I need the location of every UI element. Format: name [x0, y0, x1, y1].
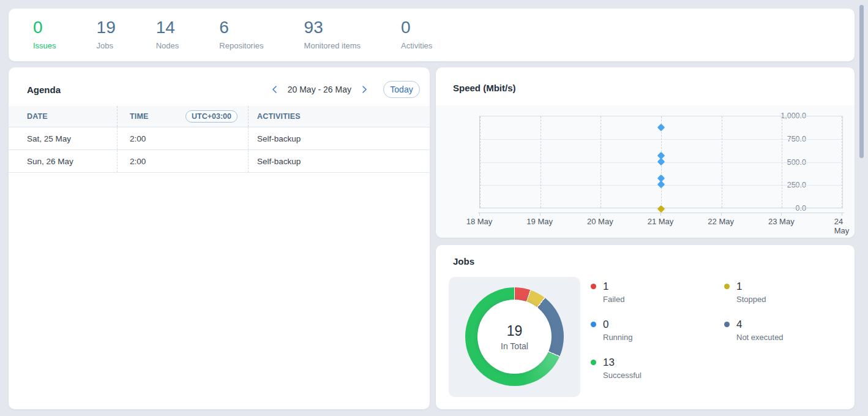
column-header-activities: ACTIVITIES — [257, 112, 301, 121]
legend-dot — [724, 322, 730, 327]
scrollbar-thumb[interactable] — [859, 5, 864, 158]
x-tick-label: 21 May — [648, 217, 674, 226]
summary-stats-bar: 0Issues19Jobs14Nodes6Repositories93Monit… — [9, 9, 855, 61]
legend-label: Successful — [603, 371, 642, 380]
today-button[interactable]: Today — [383, 81, 420, 98]
legend-item-stopped[interactable]: 1Stopped — [724, 281, 784, 304]
x-axis-tick — [842, 213, 842, 216]
jobs-legend-column-1: 1Failed0Running13Successful — [591, 281, 642, 380]
agenda-cell-date: Sun, 26 May — [9, 150, 118, 172]
v-gridline — [842, 116, 842, 208]
stat-value: 0 — [401, 18, 432, 37]
date-range-label: 20 May - 26 May — [288, 85, 351, 94]
agenda-title: Agenda — [27, 85, 61, 95]
agenda-cell-time: 2:00 — [118, 150, 249, 172]
dashboard: 0Issues19Jobs14Nodes6Repositories93Monit… — [0, 0, 868, 416]
jobs-total-label: In Total — [501, 341, 528, 351]
x-axis-tick — [660, 213, 661, 216]
legend-item-successful[interactable]: 13Successful — [591, 357, 642, 380]
speed-chart-panel: Speed (Mbit/s) 1,000.0750.0500.0250.00.0… — [436, 67, 855, 238]
chart-point-speed — [657, 124, 665, 132]
legend-label: Not executed — [736, 333, 784, 342]
agenda-time-text: 2:00 — [130, 157, 146, 166]
agenda-table-row: Sat, 25 May2:00Self-backup — [9, 127, 430, 150]
legend-dot — [591, 284, 596, 289]
agenda-activity-text: Self-backup — [257, 157, 301, 166]
jobs-total-value: 19 — [507, 323, 523, 339]
stat-item-issues[interactable]: 0Issues — [33, 18, 56, 50]
speed-chart-area: 1,000.0750.0500.0250.00.0 18 May19 May20… — [436, 105, 855, 238]
stat-label: Jobs — [97, 41, 116, 50]
x-axis-tick — [479, 213, 480, 216]
stat-item-monitored-items[interactable]: 93Monitored items — [304, 18, 361, 50]
jobs-donut-container: 19 In Total — [449, 277, 580, 397]
legend-dot — [591, 360, 596, 365]
x-axis-line — [478, 213, 844, 213]
legend-item-running[interactable]: 0Running — [591, 319, 642, 342]
agenda-activity-text: Self-backup — [257, 134, 301, 143]
agenda-header: Agenda 20 May - 26 May Today — [9, 67, 430, 98]
chart-point-speed — [657, 181, 665, 189]
chevron-right-icon — [360, 85, 369, 94]
v-gridline — [600, 116, 601, 208]
agenda-date-text: Sat, 25 May — [27, 134, 71, 143]
agenda-table-header: DATE TIME UTC+03:00 ACTIVITIES — [9, 106, 430, 127]
stat-value: 6 — [219, 18, 263, 37]
x-tick-label: 18 May — [466, 217, 493, 226]
legend-dot — [724, 284, 730, 289]
stat-label: Activities — [401, 41, 432, 50]
jobs-legend-column-2: 1Stopped4Not executed — [724, 281, 784, 342]
column-header-time: TIME — [130, 112, 149, 121]
legend-value: 1 — [603, 281, 624, 292]
agenda-cell-activity: Self-backup — [249, 150, 430, 172]
agenda-rows: Sat, 25 May2:00Self-backupSun, 26 May2:0… — [9, 127, 430, 173]
agenda-table-row: Sun, 26 May2:00Self-backup — [9, 150, 430, 173]
legend-value: 0 — [603, 319, 632, 330]
v-gridline — [722, 116, 722, 208]
timezone-badge[interactable]: UTC+03:00 — [185, 110, 238, 123]
x-tick-label: 19 May — [526, 217, 553, 226]
legend-text: 1Failed — [603, 281, 624, 304]
next-week-button[interactable] — [357, 84, 371, 95]
v-gridline — [480, 116, 481, 208]
stat-item-nodes[interactable]: 14Nodes — [156, 18, 179, 50]
x-axis-tick — [540, 213, 541, 216]
legend-value: 13 — [603, 357, 642, 368]
x-tick-label: 23 May — [768, 217, 795, 226]
x-tick-label: 20 May — [587, 217, 613, 226]
jobs-panel: Jobs 19 In Total 1Failed0Running13Succes… — [436, 245, 855, 409]
chart-point-stopped — [657, 205, 665, 213]
x-axis-tick — [600, 213, 600, 216]
legend-text: 1Stopped — [736, 281, 766, 304]
stat-label: Monitored items — [304, 41, 361, 50]
chevron-left-icon — [271, 85, 279, 94]
legend-value: 1 — [736, 281, 766, 292]
agenda-cell-activity: Self-backup — [249, 127, 430, 149]
agenda-date-text: Sun, 26 May — [27, 157, 73, 166]
stat-label: Repositories — [219, 41, 263, 50]
legend-value: 4 — [736, 319, 784, 330]
prev-week-button[interactable] — [268, 84, 282, 95]
stat-item-jobs[interactable]: 19Jobs — [97, 18, 116, 50]
jobs-donut-center: 19 In Total — [477, 300, 552, 374]
stat-value: 14 — [156, 18, 179, 37]
speed-plot — [479, 116, 843, 208]
stat-value: 93 — [304, 18, 361, 37]
agenda-cell-time: 2:00 — [118, 127, 249, 149]
jobs-donut-chart: 19 In Total — [465, 287, 564, 386]
legend-item-not-executed[interactable]: 4Not executed — [724, 319, 784, 342]
agenda-panel: Agenda 20 May - 26 May Today DATE TIME U… — [9, 67, 430, 409]
legend-dot — [591, 322, 596, 327]
legend-item-failed[interactable]: 1Failed — [591, 281, 642, 304]
jobs-title: Jobs — [453, 256, 474, 267]
stat-label: Issues — [33, 41, 56, 50]
chart-point-speed — [657, 157, 665, 165]
stat-item-activities[interactable]: 0Activities — [401, 18, 432, 50]
column-header-date: DATE — [27, 112, 48, 121]
stat-label: Nodes — [156, 41, 179, 50]
speed-chart-title: Speed (Mbit/s) — [453, 83, 516, 93]
legend-text: 4Not executed — [736, 319, 784, 342]
stat-item-repositories[interactable]: 6Repositories — [219, 18, 263, 50]
v-gridline — [541, 116, 541, 208]
legend-label: Running — [603, 333, 632, 342]
